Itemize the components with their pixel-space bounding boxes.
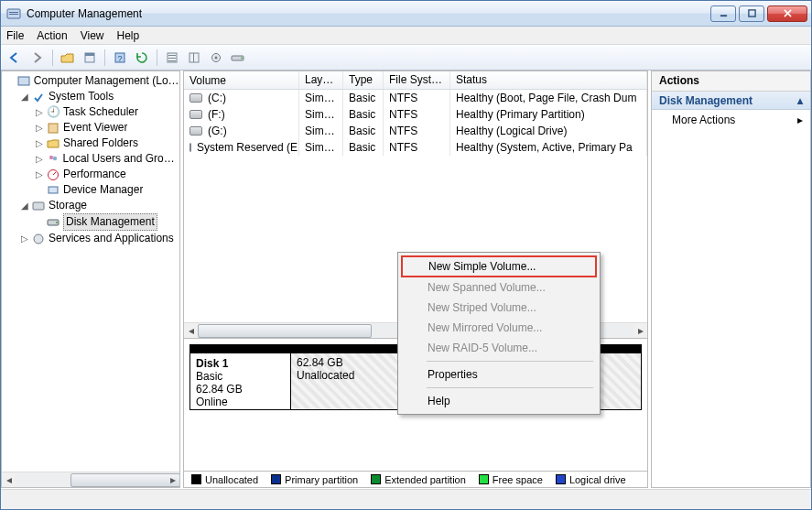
menu-help[interactable]: Help — [117, 29, 140, 42]
actions-header: Actions — [652, 71, 810, 92]
tree-services[interactable]: Services and Applications — [49, 231, 174, 246]
expand-icon[interactable]: ▷ — [35, 151, 44, 167]
actions-more[interactable]: More Actions ▸ — [652, 110, 810, 130]
window-title: Computer Management — [27, 7, 708, 20]
vol-status: Healthy (Logical Drive) — [450, 123, 647, 139]
diskmgmt-icon — [46, 215, 60, 230]
tree-system-tools[interactable]: System Tools — [49, 89, 114, 104]
app-icon — [6, 6, 21, 21]
volume-icon — [189, 93, 202, 103]
forward-button[interactable] — [27, 48, 48, 68]
expand-icon[interactable]: ▷ — [20, 231, 29, 246]
tree-event-viewer[interactable]: Event Viewer — [63, 120, 127, 136]
svg-point-22 — [53, 156, 57, 159]
window-buttons — [708, 5, 807, 22]
col-status[interactable]: Status — [450, 71, 647, 89]
scroll-thumb[interactable] — [198, 324, 372, 338]
scroll-left-icon[interactable]: ◂ — [184, 324, 198, 338]
legend-unallocated: Unallocated — [205, 474, 258, 485]
collapse-icon[interactable]: ◢ — [20, 198, 29, 213]
scroll-thumb[interactable] — [70, 473, 180, 487]
col-layout[interactable]: Layout — [299, 71, 343, 89]
col-filesystem[interactable]: File System — [384, 71, 450, 89]
volume-row[interactable]: (G:) Simple Basic NTFS Healthy (Logical … — [184, 123, 647, 139]
collapse-icon[interactable]: ◢ — [20, 89, 29, 104]
disk-info[interactable]: Disk 1 Basic 62.84 GB Online — [190, 345, 291, 409]
expand-icon[interactable]: ▷ — [35, 104, 44, 120]
settings-button[interactable] — [206, 48, 226, 68]
close-button[interactable] — [767, 5, 807, 22]
svg-text:?: ? — [117, 54, 122, 63]
users-icon — [46, 152, 60, 167]
ctx-properties[interactable]: Properties — [401, 364, 597, 385]
ctx-new-raid5-volume: New RAID-5 Volume... — [401, 338, 597, 358]
ctx-new-striped-volume: New Striped Volume... — [401, 298, 597, 318]
svg-rect-12 — [168, 60, 176, 61]
scroll-right-icon[interactable]: ▸ — [633, 324, 647, 338]
col-type[interactable]: Type — [343, 71, 384, 89]
col-volume[interactable]: Volume — [184, 71, 299, 89]
back-button[interactable] — [5, 48, 26, 68]
up-folder-button[interactable] — [58, 48, 78, 68]
svg-rect-14 — [193, 53, 194, 62]
actions-section[interactable]: Disk Management ▴ — [652, 92, 810, 110]
volume-row[interactable]: System Reserved (E:) Simple Basic NTFS H… — [184, 139, 647, 156]
tree-device-manager[interactable]: Device Manager — [63, 182, 143, 198]
svg-rect-20 — [49, 124, 58, 133]
refresh-button[interactable] — [132, 48, 152, 68]
legend-extended: Extended partition — [384, 474, 466, 485]
menu-file[interactable]: File — [6, 29, 24, 42]
toolbar: ? — [1, 45, 811, 71]
view-list-button[interactable] — [162, 48, 182, 68]
toolbar-separator — [104, 49, 105, 66]
scroll-right-icon[interactable]: ▸ — [166, 473, 179, 487]
menubar: File Action View Help — [1, 27, 811, 45]
menu-action[interactable]: Action — [37, 29, 67, 42]
left-scrollbar[interactable]: ◂ ▸ — [2, 472, 179, 487]
vol-fs: NTFS — [384, 123, 450, 139]
ctx-help[interactable]: Help — [401, 391, 597, 411]
view-detail-button[interactable] — [184, 48, 204, 68]
expand-icon[interactable]: ▷ — [35, 136, 44, 151]
help-button[interactable]: ? — [110, 48, 130, 68]
legend-item: Logical drive — [556, 474, 626, 485]
tree-disk-management[interactable]: Disk Management — [63, 213, 157, 231]
maximize-button[interactable] — [739, 5, 764, 22]
tree-task-scheduler[interactable]: Task Scheduler — [63, 104, 138, 120]
volume-row[interactable]: (F:) Simple Basic NTFS Healthy (Primary … — [184, 106, 647, 123]
tree-performance[interactable]: Performance — [63, 167, 126, 182]
tree-root[interactable]: Computer Management (Local — [34, 73, 179, 89]
vol-layout: Simple — [299, 123, 343, 139]
tree-storage[interactable]: Storage — [49, 198, 87, 213]
tree-local-users[interactable]: Local Users and Groups — [63, 151, 179, 167]
device-icon — [46, 183, 60, 198]
vol-fs: NTFS — [384, 106, 450, 123]
vol-status: Healthy (Primary Partition) — [450, 106, 647, 123]
expand-icon[interactable]: ▷ — [35, 167, 44, 182]
legend-item: Primary partition — [271, 474, 358, 485]
scroll-left-icon[interactable]: ◂ — [2, 473, 16, 487]
disk-tools-button[interactable] — [228, 48, 248, 68]
menu-view[interactable]: View — [81, 29, 104, 42]
tree-shared-folders[interactable]: Shared Folders — [63, 136, 138, 151]
volume-header[interactable]: Volume Layout Type File System Status — [184, 71, 647, 90]
disk-color-stripe — [190, 345, 290, 353]
nav-tree[interactable]: Computer Management (Local ◢System Tools… — [2, 71, 179, 472]
disk-type: Basic — [196, 370, 222, 383]
ctx-separator — [427, 387, 593, 388]
vol-fs: NTFS — [384, 139, 450, 156]
vol-status: Healthy (System, Active, Primary Pa — [450, 139, 647, 156]
svg-rect-1 — [9, 12, 18, 13]
volume-row[interactable]: (C:) Simple Basic NTFS Healthy (Boot, Pa… — [184, 90, 647, 106]
svg-point-18 — [241, 57, 243, 59]
minimize-button[interactable] — [710, 5, 736, 22]
expand-icon[interactable]: ▷ — [35, 120, 44, 136]
properties-button[interactable] — [80, 48, 100, 68]
svg-rect-6 — [85, 53, 94, 56]
vol-name: (G:) — [208, 125, 227, 137]
vol-name: (F:) — [208, 108, 225, 121]
vol-type: Basic — [343, 123, 384, 139]
root-icon — [16, 74, 31, 89]
ctx-new-simple-volume[interactable]: New Simple Volume... — [401, 255, 597, 277]
vol-name: System Reserved (E:) — [197, 141, 299, 154]
